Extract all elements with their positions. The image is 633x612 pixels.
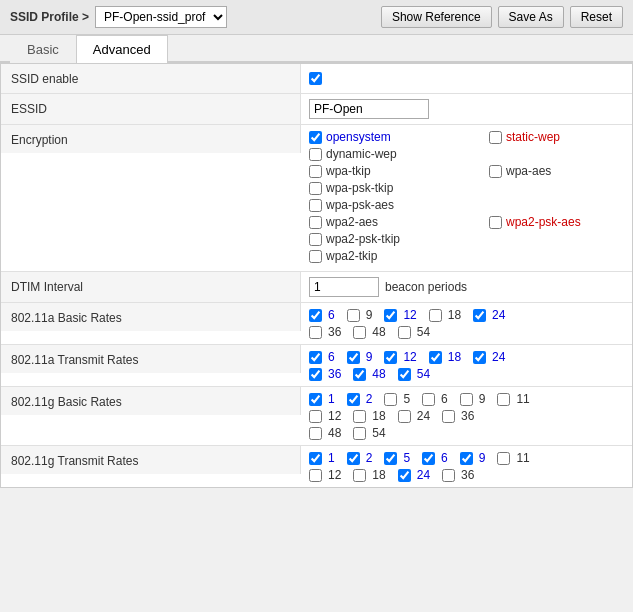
- r11at-48: 48: [372, 367, 385, 381]
- rates-11a-tx-label: 802.11a Transmit Rates: [1, 345, 301, 373]
- enc-wpa2-psk-aes-label: wpa2-psk-aes: [506, 215, 581, 229]
- rates-11a-tx-values: 6 9 12 18 24 36 48 54: [301, 345, 632, 386]
- r11at-54-cb[interactable]: [398, 368, 411, 381]
- dtim-suffix: beacon periods: [385, 280, 467, 294]
- r11gb-18: 18: [372, 409, 385, 423]
- r11gt-36: 36: [461, 468, 474, 482]
- r11gt-18-cb[interactable]: [353, 469, 366, 482]
- r11gb-48-cb[interactable]: [309, 427, 322, 440]
- profile-label: SSID Profile >: [10, 10, 89, 24]
- r11at-48-cb[interactable]: [353, 368, 366, 381]
- r11gt-11-cb[interactable]: [497, 452, 510, 465]
- r11gt-9: 9: [479, 451, 486, 465]
- r11gt-24: 24: [417, 468, 430, 482]
- r11ab-36-cb[interactable]: [309, 326, 322, 339]
- r11gb-54-cb[interactable]: [353, 427, 366, 440]
- r11gt-36-cb[interactable]: [442, 469, 455, 482]
- tab-basic[interactable]: Basic: [10, 35, 76, 63]
- r11gt-5: 5: [403, 451, 410, 465]
- r11at-54: 54: [417, 367, 430, 381]
- r11gb-1-cb[interactable]: [309, 393, 322, 406]
- rates-11g-tx-values: 1 2 5 6 9 11 12 18 24 36: [301, 446, 632, 487]
- profile-select[interactable]: PF-Open-ssid_prof: [95, 6, 227, 28]
- r11gb-18-cb[interactable]: [353, 410, 366, 423]
- r11at-12-cb[interactable]: [384, 351, 397, 364]
- r11ab-24-cb[interactable]: [473, 309, 486, 322]
- r11gb-9-cb[interactable]: [460, 393, 473, 406]
- r11gb-5-cb[interactable]: [384, 393, 397, 406]
- r11gb-12-cb[interactable]: [309, 410, 322, 423]
- enc-wpa2-psk-tkip-checkbox[interactable]: [309, 233, 322, 246]
- rates-11g-tx-label: 802.11g Transmit Rates: [1, 446, 301, 474]
- enc-dynamic-wep-checkbox[interactable]: [309, 148, 322, 161]
- enc-wpa-psk-aes-checkbox[interactable]: [309, 199, 322, 212]
- r11at-36: 36: [328, 367, 341, 381]
- r11at-9-cb[interactable]: [347, 351, 360, 364]
- save-as-button[interactable]: Save As: [498, 6, 564, 28]
- enc-wpa-tkip-checkbox[interactable]: [309, 165, 322, 178]
- r11ab-12: 12: [403, 308, 416, 322]
- dtim-input[interactable]: [309, 277, 379, 297]
- r11gb-6-cb[interactable]: [422, 393, 435, 406]
- r11ab-18: 18: [448, 308, 461, 322]
- r11ab-48-cb[interactable]: [353, 326, 366, 339]
- r11ab-6-cb[interactable]: [309, 309, 322, 322]
- ssid-enable-value: [301, 64, 632, 93]
- r11at-9: 9: [366, 350, 373, 364]
- rates-11a-basic-row: 802.11a Basic Rates 6 9 12 18 24 36 48 5…: [1, 303, 632, 345]
- r11at-36-cb[interactable]: [309, 368, 322, 381]
- enc-wpa-aes-label: wpa-aes: [506, 164, 551, 178]
- r11gt-9-cb[interactable]: [460, 452, 473, 465]
- r11at-6-cb[interactable]: [309, 351, 322, 364]
- r11gb-24-cb[interactable]: [398, 410, 411, 423]
- r11gt-6: 6: [441, 451, 448, 465]
- r11at-18-cb[interactable]: [429, 351, 442, 364]
- r11gt-5-cb[interactable]: [384, 452, 397, 465]
- rates-11a-basic-values: 6 9 12 18 24 36 48 54: [301, 303, 632, 344]
- ssid-enable-label: SSID enable: [1, 64, 301, 93]
- r11ab-9-cb[interactable]: [347, 309, 360, 322]
- r11gb-36-cb[interactable]: [442, 410, 455, 423]
- ssid-enable-row: SSID enable: [1, 64, 632, 94]
- r11at-6: 6: [328, 350, 335, 364]
- r11ab-36: 36: [328, 325, 341, 339]
- enc-wpa-aes-checkbox[interactable]: [489, 165, 502, 178]
- r11gb-36: 36: [461, 409, 474, 423]
- r11gb-54: 54: [372, 426, 385, 440]
- r11ab-54: 54: [417, 325, 430, 339]
- enc-wpa2-aes-checkbox[interactable]: [309, 216, 322, 229]
- r11gt-6-cb[interactable]: [422, 452, 435, 465]
- r11gt-2-cb[interactable]: [347, 452, 360, 465]
- rates-11g-tx-row: 802.11g Transmit Rates 1 2 5 6 9 11 12 1…: [1, 446, 632, 487]
- r11gb-5: 5: [403, 392, 410, 406]
- ssid-enable-checkbox[interactable]: [309, 72, 322, 85]
- r11gb-6: 6: [441, 392, 448, 406]
- enc-static-wep-checkbox[interactable]: [489, 131, 502, 144]
- r11ab-18-cb[interactable]: [429, 309, 442, 322]
- r11gb-11: 11: [516, 392, 529, 406]
- r11ab-12-cb[interactable]: [384, 309, 397, 322]
- r11gt-12-cb[interactable]: [309, 469, 322, 482]
- enc-opensystem-checkbox[interactable]: [309, 131, 322, 144]
- r11ab-48: 48: [372, 325, 385, 339]
- reset-button[interactable]: Reset: [570, 6, 623, 28]
- tabs: Basic Advanced: [0, 35, 633, 63]
- enc-wpa-psk-tkip-checkbox[interactable]: [309, 182, 322, 195]
- r11gb-2-cb[interactable]: [347, 393, 360, 406]
- top-bar: SSID Profile > PF-Open-ssid_prof Show Re…: [0, 0, 633, 488]
- enc-wpa-psk-tkip-label: wpa-psk-tkip: [326, 181, 393, 195]
- r11ab-54-cb[interactable]: [398, 326, 411, 339]
- encryption-options: opensystem static-wep dynamic-wep: [301, 125, 632, 271]
- enc-wpa-psk-aes-label: wpa-psk-aes: [326, 198, 394, 212]
- enc-wpa2-psk-aes-checkbox[interactable]: [489, 216, 502, 229]
- show-reference-button[interactable]: Show Reference: [381, 6, 492, 28]
- r11at-24-cb[interactable]: [473, 351, 486, 364]
- r11gt-1-cb[interactable]: [309, 452, 322, 465]
- r11gt-24-cb[interactable]: [398, 469, 411, 482]
- tab-advanced[interactable]: Advanced: [76, 35, 168, 63]
- r11gb-11-cb[interactable]: [497, 393, 510, 406]
- essid-input[interactable]: [309, 99, 429, 119]
- enc-wpa2-aes-label: wpa2-aes: [326, 215, 378, 229]
- enc-wpa2-tkip-checkbox[interactable]: [309, 250, 322, 263]
- r11gb-12: 12: [328, 409, 341, 423]
